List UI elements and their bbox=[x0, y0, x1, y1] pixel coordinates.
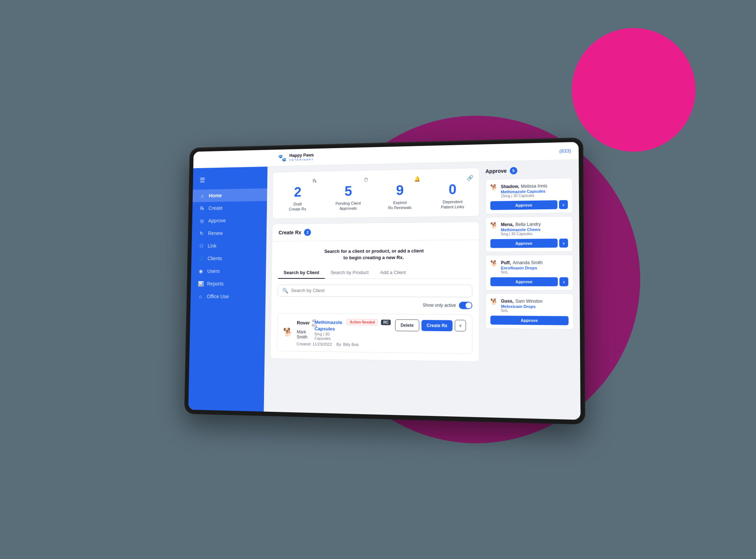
link-icon: ⚇ bbox=[198, 243, 205, 249]
content-area: ℞ 2 DraftCreate Rx ⏱ 5 Pending ClientApp… bbox=[264, 160, 580, 420]
sidebar-item-home[interactable]: ⌂ Home bbox=[193, 189, 267, 202]
search-box[interactable]: 🔍 bbox=[277, 285, 472, 297]
stat-number-pending: 5 bbox=[328, 184, 368, 198]
main-content: ℞ 2 DraftCreate Rx ⏱ 5 Pending ClientApp… bbox=[269, 168, 480, 411]
toggle-label: Show only active bbox=[422, 303, 456, 308]
create-rx-title: Create Rx bbox=[279, 229, 302, 235]
search-input[interactable] bbox=[291, 288, 468, 294]
approve-chevron-0[interactable]: ∨ bbox=[559, 200, 568, 209]
sidebar-label-clients: Clients bbox=[208, 255, 222, 261]
show-only-active-toggle[interactable] bbox=[459, 302, 472, 309]
rx-date: Created: 11/29/2022 By: Billy Bob bbox=[296, 342, 466, 348]
delete-button[interactable]: Delete bbox=[395, 319, 420, 331]
rx-list-item: 🐕 Rover 45 lbs. Mark Smith bbox=[277, 313, 472, 354]
bg-circle-small bbox=[572, 28, 696, 152]
approve-button-1[interactable]: Approve bbox=[491, 239, 558, 248]
logo-text-block: Happy Paws VETERINARY bbox=[289, 153, 314, 162]
sidebar-label-office-use: Office Use bbox=[207, 294, 229, 300]
sidebar-label-home: Home bbox=[209, 193, 222, 198]
approve-item-3: 🐕 Guss, Sam Winston Meloxicam Drops 5mL bbox=[485, 293, 574, 330]
sidebar-label-link: Link bbox=[208, 243, 216, 249]
phone-number: (833) bbox=[559, 148, 571, 154]
logo-area: 🐾 Happy Paws VETERINARY bbox=[278, 153, 314, 162]
rc-badge: RC bbox=[381, 320, 391, 325]
sidebar-item-office-use[interactable]: ⌂ Office Use bbox=[190, 290, 265, 303]
sidebar-item-clients[interactable]: 👤 Clients bbox=[191, 252, 266, 265]
toggle-row: Show only active bbox=[277, 301, 472, 309]
approve-chevron-2[interactable]: ∨ bbox=[559, 277, 568, 286]
stat-card-pending: ⏱ 5 Pending ClientApprovals bbox=[323, 170, 374, 218]
create-icon: ℞ bbox=[199, 205, 205, 211]
rx-pet-name: Rover bbox=[297, 320, 310, 326]
approve-pet-name-2: Puff, bbox=[501, 260, 511, 265]
approve-icon: ◎ bbox=[199, 218, 205, 223]
approve-drug-3: Meloxicam Drops bbox=[501, 304, 568, 309]
approve-pet-name-3: Guss, bbox=[501, 298, 514, 304]
stat-card-expired: 🔔 9 ExpiredRx Renewals bbox=[374, 169, 426, 217]
sidebar-label-users: Users bbox=[207, 268, 220, 274]
rx-drug-name: Methimazole Capsules bbox=[315, 320, 342, 332]
approve-chevron-1[interactable]: ∨ bbox=[559, 238, 568, 247]
stats-grid: ℞ 2 DraftCreate Rx ⏱ 5 Pending ClientApp… bbox=[272, 168, 480, 219]
create-rx-button[interactable]: Create Rx bbox=[421, 320, 452, 331]
approve-pet-icon-1: 🐕 bbox=[490, 222, 498, 229]
stat-icon-expired: 🔔 bbox=[380, 176, 420, 182]
create-rx-body: Search for a client or product, or add a… bbox=[271, 240, 479, 361]
approve-detail-3: 5mL bbox=[501, 309, 568, 313]
stat-label-draft: DraftCreate Rx bbox=[278, 201, 317, 212]
tab-search-by-product[interactable]: Search by Product bbox=[325, 267, 374, 279]
sidebar-label-renew: Renew bbox=[208, 230, 223, 236]
sidebar-label-approve: Approve bbox=[208, 218, 226, 223]
approve-client-name-1: Bella Landry bbox=[515, 222, 541, 227]
stat-card-dependent: 🔗 0 DependentPatient Links bbox=[426, 168, 479, 217]
sidebar-item-create[interactable]: ℞ Create bbox=[192, 201, 267, 214]
approve-button-3[interactable]: Approve bbox=[491, 316, 569, 325]
approve-detail-0: 15mg | 30 Capsules bbox=[501, 193, 568, 198]
hamburger-icon[interactable]: ☰ bbox=[193, 172, 268, 190]
stat-number-dependent: 0 bbox=[432, 182, 473, 197]
tab-add-a-client[interactable]: Add a Client bbox=[374, 267, 412, 279]
stat-label-dependent: DependentPatient Links bbox=[432, 199, 473, 210]
reports-icon: 📊 bbox=[197, 281, 204, 286]
approve-panel-header: Approve 5 bbox=[485, 166, 572, 175]
rx-client-name: Mark Smith bbox=[297, 329, 310, 340]
logo-name: Happy Paws bbox=[289, 153, 314, 158]
rx-actions: Delete Create Rx ∨ bbox=[395, 319, 466, 332]
stat-icon-pending: ⏱ bbox=[329, 177, 368, 183]
approve-badge: 5 bbox=[510, 167, 517, 175]
approve-client-name-3: Sam Winston bbox=[515, 298, 543, 304]
logo-paw-icon: 🐾 bbox=[278, 154, 287, 162]
sidebar-item-link[interactable]: ⚇ Link bbox=[192, 239, 267, 252]
approve-title: Approve bbox=[485, 168, 507, 174]
approve-pet-icon-3: 🐕 bbox=[491, 298, 498, 305]
sidebar-label-create: Create bbox=[208, 205, 223, 211]
sidebar-item-renew[interactable]: ↻ Renew bbox=[192, 226, 267, 240]
stat-number-draft: 2 bbox=[278, 185, 317, 199]
stat-label-pending: Pending ClientApprovals bbox=[328, 201, 368, 211]
main-layout: ☰ ⌂ Home ℞ Create ◎ Approve ↻ Renew bbox=[188, 160, 580, 420]
rx-top-row: Rover 45 lbs. Mark Smith Methimazole Cap… bbox=[297, 318, 466, 342]
rx-chevron-button[interactable]: ∨ bbox=[455, 320, 466, 332]
office-use-icon: ⌂ bbox=[197, 294, 204, 300]
rx-middle: Rover 45 lbs. Mark Smith bbox=[297, 318, 311, 340]
search-prompt: Search for a client or product, or add a… bbox=[278, 247, 472, 261]
create-rx-badge: 2 bbox=[304, 229, 311, 236]
create-rx-header: Create Rx 2 bbox=[272, 222, 479, 241]
approve-pet-name-1: Mena, bbox=[501, 222, 513, 227]
sidebar-item-users[interactable]: ◉ Users bbox=[191, 265, 266, 277]
approve-pet-icon-0: 🐕 bbox=[490, 184, 498, 191]
approve-item-2: 🐕 Puff, Amanda Smith Enrofloaxin Drops 5… bbox=[485, 255, 573, 290]
sidebar-item-reports[interactable]: 📊 Reports bbox=[191, 277, 266, 290]
stat-icon-rx: ℞ bbox=[279, 178, 317, 185]
approve-item-0: 🐕 Shadow, Melissa Innis Methimazole Caps… bbox=[485, 178, 573, 214]
renew-icon: ↻ bbox=[198, 230, 205, 236]
action-needed-badge: Action Needed bbox=[347, 319, 378, 325]
logo-subtitle: VETERINARY bbox=[289, 158, 314, 161]
approve-pet-icon-2: 🐕 bbox=[491, 260, 498, 267]
sidebar-item-approve[interactable]: ◎ Approve bbox=[192, 214, 267, 227]
approve-button-0[interactable]: Approve bbox=[490, 200, 557, 210]
tab-search-by-client[interactable]: Search by Client bbox=[278, 267, 325, 279]
approve-button-2[interactable]: Approve bbox=[491, 277, 558, 286]
stat-icon-link: 🔗 bbox=[432, 175, 473, 181]
sidebar: ☰ ⌂ Home ℞ Create ◎ Approve ↻ Renew bbox=[188, 167, 268, 412]
